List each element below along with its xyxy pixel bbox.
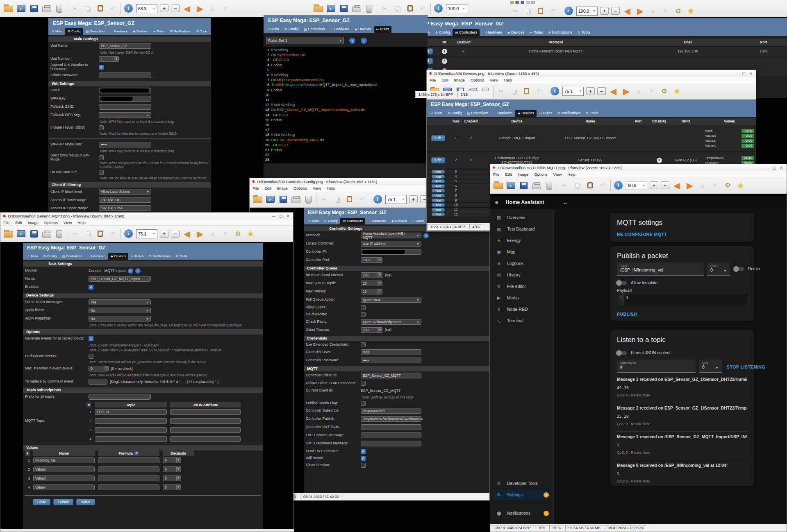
zoom-in-icon[interactable]: + — [650, 181, 658, 189]
json-attribute-input[interactable] — [170, 436, 241, 442]
cut-icon[interactable]: ✂ — [70, 229, 80, 239]
tab-notifications[interactable]: ✉Notifications — [555, 110, 583, 117]
minimize-button[interactable]: — — [272, 214, 275, 218]
paste-icon[interactable] — [521, 86, 532, 96]
menu-view[interactable]: View — [310, 186, 324, 190]
tab-rules[interactable]: ↦Rules — [409, 218, 427, 224]
menu-icon[interactable]: ≡ — [495, 199, 498, 206]
favorites-icon[interactable]: ★ — [246, 229, 256, 239]
checkbox[interactable] — [99, 170, 104, 175]
zoom-in-icon[interactable]: + — [160, 230, 168, 238]
checkbox[interactable] — [361, 463, 366, 468]
properties-icon[interactable]: ⚙ — [673, 6, 683, 16]
sidebar-item-notifications[interactable]: Notifications1 — [492, 508, 552, 518]
tab-rules[interactable]: ↦Rules — [150, 28, 167, 35]
delete-icon[interactable] — [364, 3, 374, 14]
number-spinner[interactable]: 0▲▼ — [89, 366, 109, 371]
delete-button[interactable]: Delete — [76, 499, 95, 505]
stop-listening-button[interactable]: STOP LISTENING — [727, 364, 765, 369]
maximize-button[interactable]: ▢ — [279, 214, 283, 218]
save-icon[interactable] — [29, 229, 39, 239]
zoom-out-icon[interactable]: − — [171, 230, 180, 238]
select[interactable]: Allow Local Subnet▼ — [99, 189, 151, 195]
sidebar-item-node-red[interactable]: ⋔Node-RED — [492, 304, 552, 315]
copy-icon[interactable] — [572, 180, 582, 190]
slideshow-icon[interactable]: ▶ — [16, 229, 26, 239]
mini-toolbar-icon[interactable] — [526, 1, 530, 4]
minimize-button[interactable]: — — [735, 72, 738, 76]
next-file-icon[interactable]: ▶ — [621, 86, 631, 96]
topic-input[interactable] — [95, 418, 167, 424]
mini-toolbar-icon[interactable] — [515, 1, 519, 4]
submit-button[interactable]: Submit — [53, 499, 73, 505]
slideshow-icon[interactable]: ▶ — [326, 3, 336, 14]
tab-devices[interactable]: ◆Devices — [515, 110, 536, 117]
favorites-icon[interactable]: ★ — [672, 86, 682, 96]
tab-controllers[interactable]: ▤Controllers — [453, 29, 480, 36]
save-icon[interactable] — [278, 194, 288, 204]
undo-icon[interactable]: ↶ — [108, 229, 118, 239]
value-name-input[interactable]: Value2 — [33, 466, 95, 472]
save-icon[interactable] — [29, 3, 39, 14]
back-arrow-icon[interactable]: ← — [563, 199, 569, 206]
menu-options[interactable]: Options — [468, 78, 487, 82]
tab-controllers[interactable]: ▤Controllers — [301, 26, 328, 33]
paste-icon[interactable] — [405, 3, 415, 14]
checkbox[interactable]: ✓ — [361, 449, 366, 454]
menu-file[interactable]: File — [250, 186, 262, 190]
text-input[interactable]: 192.168.1.0 — [99, 197, 151, 203]
add-device-button[interactable]: Add — [432, 199, 444, 202]
select[interactable]: ▼ — [99, 112, 151, 118]
tab-tools[interactable]: ⚙Tools — [193, 28, 209, 35]
zoom-combobox[interactable]: 75.1▼ — [562, 87, 584, 96]
last-file-icon[interactable]: ▼ — [660, 6, 671, 16]
text-input[interactable] — [361, 432, 421, 438]
titlebar[interactable]: ✱ D:\Download\06 HA Publish MQTT.png - I… — [490, 164, 787, 171]
number-spinner[interactable]: 10▲▼ — [361, 281, 382, 286]
open-icon[interactable] — [252, 194, 263, 204]
undo-icon[interactable]: ↶ — [418, 3, 428, 14]
delete-icon[interactable] — [54, 3, 64, 14]
zoom-out-icon[interactable]: − — [597, 87, 606, 95]
text-input[interactable] — [89, 379, 107, 385]
text-input[interactable]: ••••• — [361, 358, 421, 363]
menu-edit[interactable]: Edit — [439, 78, 451, 82]
select[interactable]: Ignore New▼ — [361, 297, 421, 303]
checkbox[interactable] — [99, 155, 104, 160]
tab-controllers[interactable]: ▤Controllers — [340, 218, 365, 224]
sidebar-item-map[interactable]: ▣Map — [492, 247, 552, 257]
checkbox[interactable] — [361, 401, 366, 406]
close-button[interactable]: Close — [33, 499, 50, 505]
help-icon[interactable]: ? — [134, 451, 139, 455]
rules-editor[interactable]: 1// Working2On System#Boot Do3 GPIO,2,04… — [264, 47, 428, 163]
tab-hardware[interactable]: ✎Hardware — [366, 218, 389, 224]
tab-main[interactable]: ΔMain — [25, 253, 40, 260]
menu-help[interactable]: Help — [501, 78, 515, 82]
number-spinner[interactable]: 1▲▼ — [99, 56, 119, 62]
help-icon[interactable]: ? — [128, 268, 133, 274]
text-input[interactable] — [99, 72, 151, 78]
zoom-combobox[interactable]: 100.0▼ — [446, 4, 467, 13]
tab-config[interactable]: ⚙Config — [65, 28, 83, 35]
copy-icon[interactable] — [82, 229, 93, 239]
text-input[interactable] — [99, 104, 151, 110]
info-icon[interactable]: i — [613, 180, 623, 190]
number-spinner[interactable]: 100▲▼ — [361, 272, 382, 278]
number-spinner[interactable]: 100▲▼ — [361, 327, 382, 333]
formula-input[interactable] — [98, 475, 159, 481]
number-spinner[interactable]: 1883▲▼ — [361, 257, 382, 263]
tab-devices[interactable]: ◆Devices — [352, 26, 373, 33]
add-device-button[interactable]: Add — [432, 208, 444, 212]
allow-template-toggle[interactable]: Allow template — [617, 281, 657, 285]
formula-input[interactable] — [98, 466, 159, 472]
tab-rules[interactable]: ↦Rules — [527, 29, 545, 36]
tab-devices[interactable]: ◆Devices — [389, 218, 409, 224]
menu-image[interactable]: Image — [451, 78, 468, 82]
listening-field[interactable]: Listening to # — [617, 360, 696, 373]
tab-hardware[interactable]: ✎Hardware — [491, 110, 515, 117]
open-icon[interactable] — [313, 3, 323, 14]
qos-select[interactable]: QoS 0 ▼ — [707, 263, 730, 276]
cut-icon[interactable]: ✂ — [319, 194, 329, 204]
json-attribute-input[interactable] — [170, 409, 241, 415]
undo-icon[interactable]: ↶ — [534, 86, 544, 96]
